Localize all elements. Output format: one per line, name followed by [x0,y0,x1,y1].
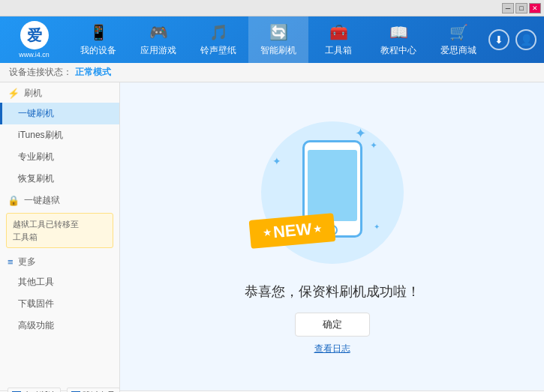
pro-flash-label: 专业刷机 [18,151,54,162]
maximize-btn[interactable]: □ [515,3,527,13]
jailbreak-section-icon: 🔒 [8,195,20,206]
tutorial-label: 教程中心 [380,44,416,57]
nav-apps-games[interactable]: 🎮 应用游戏 [128,16,188,63]
smart-flash-label: 智能刷机 [260,44,296,57]
logo-area[interactable]: 爱 www.i4.cn [0,21,68,58]
sidebar-section-jailbreak: 🔒 一键越狱 [0,190,119,210]
sidebar-item-other-tools[interactable]: 其他工具 [0,271,119,293]
nav-toolbox[interactable]: 🧰 工具箱 [308,16,368,63]
apps-games-label: 应用游戏 [140,44,176,57]
ringtones-label: 铃声壁纸 [200,44,236,57]
sidebar-notice-jailbreak: 越狱工具已转移至工具箱 [6,213,113,248]
sidebar-item-restore-flash[interactable]: 恢复刷机 [0,168,119,190]
content-area: ✦ ✦ ✦ ✦ NEW 恭喜您，保资料刷机成功啦！ 确定 查看日志 [120,82,544,391]
nav-smart-flash[interactable]: 🔄 智能刷机 [248,16,308,63]
sidebar-item-itunes-flash[interactable]: iTunes刷机 [0,124,119,146]
nav-tutorial[interactable]: 📖 教程中心 [368,16,428,63]
logo-url: www.i4.cn [19,51,50,58]
status-label: 设备连接状态： [9,66,72,79]
nav-store[interactable]: 🛒 爱思商城 [428,16,488,63]
status-bar: 设备连接状态： 正常模式 [0,63,544,82]
title-bar: ─ □ ✕ [0,0,544,16]
logo-icon: 爱 [20,21,49,49]
one-click-flash-label: 一键刷机 [18,108,54,118]
checkbox-skip-wizard[interactable]: 跳过向导 [67,388,120,392]
sparkle-1: ✦ [355,125,366,142]
user-btn[interactable]: 👤 [515,29,536,50]
store-label: 爱思商城 [440,44,476,57]
checkboxes: 自动断连 跳过向导 [8,388,128,392]
nav-items: 📱 我的设备 🎮 应用游戏 🎵 铃声壁纸 🔄 智能刷机 🧰 工具箱 📖 教程中心… [68,16,488,63]
more-section-icon: ≡ [8,256,14,268]
status-value: 正常模式 [75,66,111,79]
jailbreak-section-label: 一键越狱 [24,194,60,207]
my-device-label: 我的设备 [80,44,116,57]
store-icon: 🛒 [449,23,468,41]
download-btn[interactable]: ⬇ [488,29,509,50]
jailbreak-notice-text: 越狱工具已转移至工具箱 [13,220,79,241]
confirm-button[interactable]: 确定 [295,313,370,337]
itunes-flash-label: iTunes刷机 [18,130,63,140]
my-device-icon: 📱 [89,23,108,41]
phone-screen [308,150,357,221]
restore-flash-label: 恢复刷机 [18,173,54,184]
checkbox-auto-close[interactable]: 自动断连 [8,388,61,392]
phone-illustration: ✦ ✦ ✦ ✦ NEW [257,118,407,268]
sidebar-item-one-click-flash[interactable]: 一键刷机 [0,103,119,124]
download-fw-label: 下载固件 [18,298,54,309]
other-tools-label: 其他工具 [18,277,54,287]
bottom-left: 自动断连 跳过向导 📱 iPhone 12 mini 64GB Down-12m… [8,388,128,392]
nav-ringtones[interactable]: 🎵 铃声壁纸 [188,16,248,63]
new-badge-text: NEW [272,220,311,242]
apps-games-icon: 🎮 [149,23,168,41]
ringtones-icon: 🎵 [209,23,228,41]
sparkle-2: ✦ [370,140,377,151]
main-area: ⚡ 刷机 一键刷机 iTunes刷机 专业刷机 恢复刷机 🔒 一键越狱 越狱工具… [0,82,544,391]
flash-section-icon: ⚡ [8,88,20,99]
sidebar-item-advanced[interactable]: 高级功能 [0,315,119,337]
success-message: 恭喜您，保资料刷机成功啦！ [245,283,420,301]
more-section-label: 更多 [18,256,36,268]
toolbox-label: 工具箱 [325,44,352,57]
sidebar-item-download-fw[interactable]: 下载固件 [0,293,119,315]
header-right: ⬇ 👤 [488,29,544,50]
log-link[interactable]: 查看日志 [314,343,350,355]
sparkle-3: ✦ [272,155,281,167]
minimize-btn[interactable]: ─ [502,3,514,13]
advanced-label: 高级功能 [18,320,54,331]
smart-flash-icon: 🔄 [269,23,288,41]
tutorial-icon: 📖 [389,23,408,41]
sidebar: ⚡ 刷机 一键刷机 iTunes刷机 专业刷机 恢复刷机 🔒 一键越狱 越狱工具… [0,82,120,391]
close-btn[interactable]: ✕ [529,3,541,13]
toolbox-icon: 🧰 [329,23,348,41]
sparkle-4: ✦ [374,223,380,231]
sidebar-item-pro-flash[interactable]: 专业刷机 [0,146,119,168]
sidebar-section-more: ≡ 更多 [0,251,119,271]
header: 爱 www.i4.cn 📱 我的设备 🎮 应用游戏 🎵 铃声壁纸 🔄 智能刷机 … [0,16,544,63]
sidebar-section-flash: ⚡ 刷机 [0,82,119,103]
nav-my-device[interactable]: 📱 我的设备 [68,16,128,63]
flash-section-label: 刷机 [24,87,42,100]
